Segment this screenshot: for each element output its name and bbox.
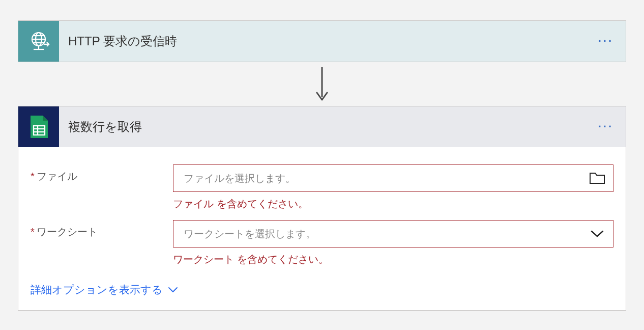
http-trigger-menu-button[interactable]: ··· (586, 35, 626, 48)
get-rows-header[interactable]: 複数行を取得 ··· (18, 106, 626, 147)
required-asterisk: * (31, 226, 35, 237)
worksheet-label: *ワークシート (31, 211, 173, 239)
http-trigger-card: HTTP 要求の受信時 ··· (18, 20, 626, 62)
get-rows-body: *ファイル ファイルを選択します。 ファイル を含めてください。 (18, 147, 626, 310)
http-trigger-title: HTTP 要求の受信時 (59, 33, 586, 49)
flow-arrow (18, 62, 626, 106)
file-label: *ファイル (31, 155, 173, 183)
get-rows-menu-button[interactable]: ··· (586, 120, 626, 133)
chevron-down-icon (168, 285, 178, 295)
required-asterisk: * (31, 171, 35, 182)
sheets-icon-tile (18, 106, 59, 147)
globe-icon (26, 29, 51, 53)
get-rows-card: 複数行を取得 ··· *ファイル ファイルを選択します。 (18, 106, 626, 311)
worksheet-placeholder: ワークシートを選択します。 (184, 227, 590, 241)
file-error: ファイル を含めてください。 (173, 197, 613, 211)
spreadsheet-icon (25, 114, 52, 140)
worksheet-dropdown-button[interactable] (590, 226, 605, 241)
advanced-options-toggle[interactable]: 詳細オプションを表示する (31, 283, 178, 297)
http-icon-tile (18, 21, 59, 62)
worksheet-error: ワークシート を含めてください。 (173, 253, 613, 266)
chevron-down-icon (591, 230, 604, 238)
get-rows-title: 複数行を取得 (59, 119, 586, 135)
folder-icon (590, 172, 605, 184)
worksheet-select[interactable]: ワークシートを選択します。 (173, 220, 613, 248)
file-row: *ファイル ファイルを選択します。 ファイル を含めてください。 (31, 155, 613, 211)
file-input[interactable]: ファイルを選択します。 (173, 164, 613, 192)
folder-picker-button[interactable] (590, 171, 605, 186)
file-placeholder: ファイルを選択します。 (184, 172, 590, 185)
worksheet-row: *ワークシート ワークシートを選択します。 ワークシート を含めてください。 (31, 211, 613, 266)
http-trigger-header[interactable]: HTTP 要求の受信時 ··· (18, 21, 626, 62)
